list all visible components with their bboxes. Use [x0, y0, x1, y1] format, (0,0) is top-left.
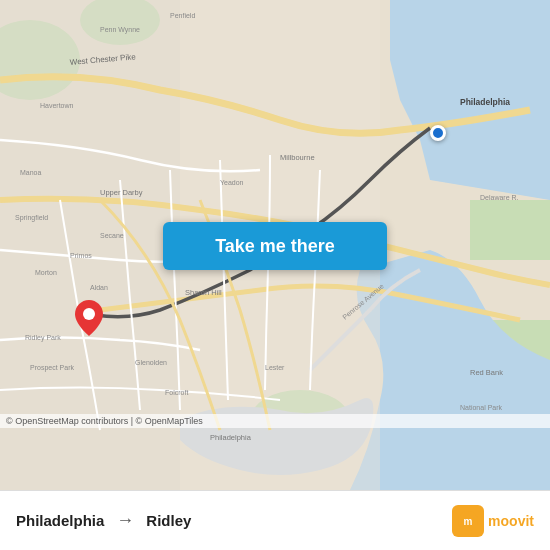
svg-text:Sharon Hill: Sharon Hill: [185, 288, 222, 297]
svg-text:Prospect Park: Prospect Park: [30, 364, 74, 372]
map-attribution: © OpenStreetMap contributors | © OpenMap…: [0, 414, 550, 428]
svg-text:Manoa: Manoa: [20, 169, 42, 176]
svg-text:Red Bank: Red Bank: [470, 368, 503, 377]
origin-dot: [430, 125, 446, 141]
svg-text:Springfield: Springfield: [15, 214, 48, 222]
bottom-bar: Philadelphia → Ridley m moovit: [0, 490, 550, 550]
moovit-logo: m moovit: [452, 505, 534, 537]
svg-text:Glenolden: Glenolden: [135, 359, 167, 366]
svg-text:Morton: Morton: [35, 269, 57, 276]
svg-text:Millbourne: Millbourne: [280, 153, 315, 162]
destination-pin: [75, 300, 103, 336]
svg-point-35: [83, 308, 95, 320]
svg-text:Upper Darby: Upper Darby: [100, 188, 143, 197]
svg-text:Delaware R.: Delaware R.: [480, 194, 519, 201]
svg-text:Philadelphia: Philadelphia: [210, 433, 252, 442]
svg-text:Folcroft: Folcroft: [165, 389, 188, 396]
svg-text:m: m: [464, 516, 473, 527]
svg-text:Penn Wynne: Penn Wynne: [100, 26, 140, 34]
svg-text:Philadelphia: Philadelphia: [460, 97, 510, 107]
svg-text:Penfield: Penfield: [170, 12, 195, 19]
svg-text:National Park: National Park: [460, 404, 503, 411]
svg-text:Secane: Secane: [100, 232, 124, 239]
route-arrow: →: [116, 510, 134, 531]
svg-text:Lester: Lester: [265, 364, 285, 371]
svg-text:Yeadon: Yeadon: [220, 179, 244, 186]
take-me-there-button[interactable]: Take me there: [163, 222, 387, 270]
svg-rect-4: [470, 200, 550, 260]
moovit-icon: m: [452, 505, 484, 537]
route-from: Philadelphia: [16, 512, 104, 529]
svg-text:Aldan: Aldan: [90, 284, 108, 291]
moovit-text: moovit: [488, 513, 534, 529]
svg-text:Ridley Park: Ridley Park: [25, 334, 61, 342]
svg-text:Primos: Primos: [70, 252, 92, 259]
route-to: Ridley: [146, 512, 191, 529]
map-container: West Chester Pike Havertown Penn Wynne P…: [0, 0, 550, 490]
svg-text:Havertown: Havertown: [40, 102, 74, 109]
